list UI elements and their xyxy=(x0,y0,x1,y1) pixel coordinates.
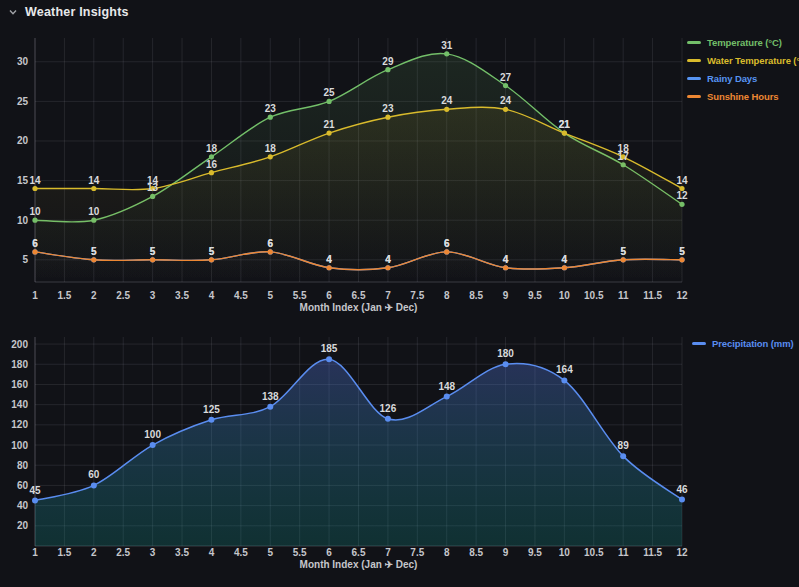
svg-text:2.5: 2.5 xyxy=(116,290,130,301)
svg-text:4: 4 xyxy=(385,254,391,265)
svg-text:126: 126 xyxy=(380,403,397,414)
data-point[interactable] xyxy=(444,394,450,400)
svg-text:1.5: 1.5 xyxy=(57,290,71,301)
svg-text:7.5: 7.5 xyxy=(410,290,424,301)
data-point[interactable] xyxy=(32,186,37,191)
svg-text:5: 5 xyxy=(150,246,156,257)
svg-text:14: 14 xyxy=(676,175,688,186)
data-point[interactable] xyxy=(503,361,509,367)
svg-text:3.5: 3.5 xyxy=(175,547,189,558)
data-point[interactable] xyxy=(150,442,156,448)
data-point[interactable] xyxy=(268,115,273,120)
data-point[interactable] xyxy=(385,416,391,422)
data-point[interactable] xyxy=(444,107,449,112)
data-point[interactable] xyxy=(444,249,449,254)
svg-text:20: 20 xyxy=(17,135,29,146)
legend-dash-icon xyxy=(692,342,706,345)
svg-text:21: 21 xyxy=(559,119,571,130)
data-point[interactable] xyxy=(326,265,331,270)
data-point[interactable] xyxy=(562,265,567,270)
data-point[interactable] xyxy=(150,257,155,262)
data-point[interactable] xyxy=(267,404,273,410)
data-point[interactable] xyxy=(209,170,214,175)
legend-item-water-temperature[interactable]: Water Temperature (°C) xyxy=(687,55,799,66)
svg-text:5: 5 xyxy=(22,254,28,265)
data-point[interactable] xyxy=(561,377,567,383)
data-point[interactable] xyxy=(385,115,390,120)
data-point[interactable] xyxy=(32,498,38,504)
svg-text:140: 140 xyxy=(11,399,28,410)
svg-text:4.5: 4.5 xyxy=(234,547,248,558)
svg-text:3.5: 3.5 xyxy=(175,290,189,301)
svg-text:6.5: 6.5 xyxy=(352,290,366,301)
x-axis-title: Month Index (Jan ✈ Dec) xyxy=(300,559,418,570)
svg-text:138: 138 xyxy=(262,391,279,402)
legend-precipitation: Precipitation (mm) xyxy=(692,338,794,349)
data-point[interactable] xyxy=(503,83,508,88)
data-point[interactable] xyxy=(209,257,214,262)
data-point[interactable] xyxy=(268,154,273,159)
data-point[interactable] xyxy=(208,417,214,423)
x-axis-title: Month Index (Jan ✈ Dec) xyxy=(300,302,418,313)
series-water-temperature xyxy=(32,107,684,282)
data-point[interactable] xyxy=(91,186,96,191)
legend-weather: Temperature (°C) Water Temperature (°C) … xyxy=(687,37,799,102)
legend-item-sunshine-hours[interactable]: Sunshine Hours xyxy=(687,91,799,102)
svg-text:9: 9 xyxy=(503,547,509,558)
legend-dash-icon xyxy=(687,41,701,44)
data-point[interactable] xyxy=(503,107,508,112)
data-point[interactable] xyxy=(326,99,331,104)
chevron-down-icon[interactable] xyxy=(8,7,18,17)
data-point[interactable] xyxy=(444,51,449,56)
data-point[interactable] xyxy=(385,265,390,270)
svg-text:7: 7 xyxy=(385,290,391,301)
data-point[interactable] xyxy=(91,257,96,262)
legend-item-precipitation[interactable]: Precipitation (mm) xyxy=(692,338,794,349)
data-point[interactable] xyxy=(326,356,332,362)
svg-text:46: 46 xyxy=(676,484,688,495)
svg-text:11: 11 xyxy=(618,547,629,558)
svg-text:100: 100 xyxy=(11,440,28,451)
data-point[interactable] xyxy=(32,249,37,254)
svg-text:60: 60 xyxy=(88,469,100,480)
svg-text:148: 148 xyxy=(438,381,455,392)
data-point[interactable] xyxy=(385,67,390,72)
svg-text:12: 12 xyxy=(676,290,688,301)
svg-text:18: 18 xyxy=(618,143,630,154)
svg-text:200: 200 xyxy=(11,339,28,350)
svg-text:11.5: 11.5 xyxy=(643,290,662,301)
data-point[interactable] xyxy=(620,453,626,459)
data-point[interactable] xyxy=(268,249,273,254)
data-point[interactable] xyxy=(326,130,331,135)
data-point[interactable] xyxy=(562,130,567,135)
svg-text:1: 1 xyxy=(32,290,38,301)
svg-text:3: 3 xyxy=(150,547,156,558)
legend-label: Rainy Days xyxy=(707,73,757,84)
svg-text:12: 12 xyxy=(676,190,688,201)
svg-text:164: 164 xyxy=(556,364,573,375)
svg-text:15: 15 xyxy=(17,175,29,186)
svg-text:6.5: 6.5 xyxy=(352,547,366,558)
svg-text:10.5: 10.5 xyxy=(584,290,604,301)
row-title: Weather Insights xyxy=(25,5,129,19)
data-point[interactable] xyxy=(503,265,508,270)
data-point[interactable] xyxy=(679,257,684,262)
legend-item-rainy-days[interactable]: Rainy Days xyxy=(687,73,799,84)
legend-dash-icon xyxy=(687,95,701,98)
data-point[interactable] xyxy=(621,257,626,262)
y-axis-labels: 20406080100120140160180200 xyxy=(11,339,28,532)
svg-text:23: 23 xyxy=(265,103,277,114)
svg-text:120: 120 xyxy=(11,419,28,430)
data-point[interactable] xyxy=(679,497,685,503)
svg-text:5: 5 xyxy=(679,246,685,257)
y-axis-labels: 51015202530 xyxy=(17,56,29,265)
data-point[interactable] xyxy=(91,482,97,488)
svg-text:11: 11 xyxy=(618,290,629,301)
svg-text:18: 18 xyxy=(206,143,218,154)
x-axis-labels: 11.522.533.544.555.566.577.588.599.51010… xyxy=(32,290,688,301)
svg-text:80: 80 xyxy=(17,460,29,471)
svg-text:4: 4 xyxy=(503,254,509,265)
legend-item-temperature[interactable]: Temperature (°C) xyxy=(687,37,799,48)
svg-text:6: 6 xyxy=(326,547,332,558)
svg-text:25: 25 xyxy=(17,96,29,107)
